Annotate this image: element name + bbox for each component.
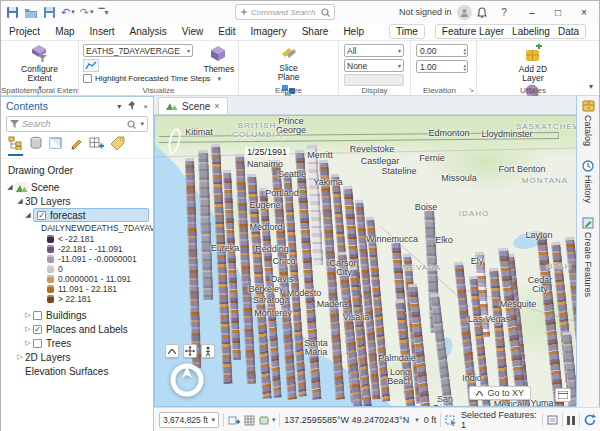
- selected-features-count[interactable]: Selected Features: 1: [461, 410, 538, 430]
- save-project-icon[interactable]: [42, 6, 57, 19]
- compass-navigator[interactable]: [168, 361, 206, 403]
- expand-icon[interactable]: ◢: [15, 197, 25, 205]
- list-by-snapping-button[interactable]: [89, 136, 104, 156]
- time-series-chart-button[interactable]: [83, 59, 99, 72]
- list-by-editing-button[interactable]: [69, 136, 83, 156]
- tree-item-scene[interactable]: ◢ Scene: [1, 180, 153, 194]
- close-view-icon[interactable]: ×: [214, 101, 219, 111]
- minimize-button[interactable]: –: [519, 1, 545, 23]
- tree-item-buildings[interactable]: ▷ Buildings: [1, 308, 153, 322]
- tree-item-elevation-surfaces[interactable]: Elevation Surfaces: [1, 364, 153, 378]
- legend-item[interactable]: > 22.181: [1, 294, 153, 304]
- layout-grid-add-icon[interactable]: [228, 415, 240, 426]
- dock-tab-create-features[interactable]: Create Features: [577, 217, 599, 297]
- scene-view-tab[interactable]: Scene ×: [158, 97, 228, 114]
- variable-combo[interactable]: EATHS_7DAYAVERAGE▾: [83, 44, 193, 57]
- snapping-toggle-icon[interactable]: ▾: [259, 415, 276, 426]
- collapse-ribbon-chevron[interactable]: ▾: [589, 82, 593, 91]
- contextual-tab-time[interactable]: Time: [389, 24, 425, 39]
- map-label: Eureka: [211, 244, 240, 253]
- ribbon-tab-help[interactable]: Help: [343, 26, 364, 37]
- collapsed-icon[interactable]: ▷: [23, 311, 33, 319]
- refresh-button[interactable]: [584, 414, 596, 426]
- go-to-xy-button[interactable]: Go to XY: [469, 386, 531, 400]
- map-scale-combo[interactable]: 3,674,825 ft▾: [159, 412, 219, 428]
- ribbon-tab-view[interactable]: View: [182, 26, 204, 37]
- legend-item[interactable]: 0: [1, 264, 153, 274]
- dock-tab-catalog[interactable]: Catalog: [577, 100, 599, 146]
- trees-checkbox[interactable]: [33, 339, 42, 348]
- dock-tab-history[interactable]: History: [577, 160, 599, 203]
- tree-item-2d-layers[interactable]: ▷ 2D Layers: [1, 350, 153, 364]
- elevation-dialog-launcher[interactable]: ↘: [468, 86, 474, 94]
- display-combo-all[interactable]: All▾: [344, 44, 404, 57]
- list-by-selection-button[interactable]: [49, 136, 63, 156]
- navigator-walk-button[interactable]: [201, 344, 215, 358]
- dock-overlay-button[interactable]: [555, 388, 571, 402]
- list-by-drawing-order-button[interactable]: [8, 136, 23, 156]
- display-combo-none[interactable]: None▾: [344, 59, 404, 72]
- tree-item-forecast[interactable]: ✓ forecast: [33, 208, 149, 222]
- collapsed-icon[interactable]: ▷: [23, 325, 33, 333]
- add-2d-layer-button[interactable]: Add 2D Layer: [513, 44, 553, 83]
- ribbon-tab-edit[interactable]: Edit: [218, 26, 235, 37]
- navigator-pan-button[interactable]: [183, 344, 197, 358]
- close-pane-icon[interactable]: ×: [143, 102, 148, 111]
- coordinates-chevron[interactable]: ▾: [415, 416, 419, 424]
- coordinates-readout[interactable]: 137.2595585°W 49.2470243°N: [284, 415, 409, 425]
- legend-item[interactable]: < -22.181: [1, 234, 153, 244]
- sign-in-status[interactable]: Not signed in: [399, 1, 472, 23]
- ribbon-tab-imagery[interactable]: Imagery: [251, 26, 287, 37]
- legend-item[interactable]: -11.091 - -0.0000001: [1, 254, 153, 264]
- tab-feature-layer[interactable]: Feature Layer: [442, 26, 504, 37]
- expand-icon[interactable]: ◢: [5, 183, 15, 191]
- ribbon-tab-share[interactable]: Share: [302, 26, 329, 37]
- tab-data[interactable]: Data: [558, 26, 579, 37]
- ribbon-tab-analysis[interactable]: Analysis: [130, 26, 167, 37]
- search-options-chevron[interactable]: ▾: [140, 120, 144, 128]
- legend-item[interactable]: -22.181 - -11.091: [1, 244, 153, 254]
- open-icon[interactable]: [23, 6, 39, 19]
- undo-button[interactable]: ↶▾: [60, 6, 76, 19]
- pane-menu-chevron-icon[interactable]: ▾: [117, 102, 121, 111]
- help-icon[interactable]: ?: [493, 1, 515, 23]
- close-button[interactable]: ×: [571, 1, 597, 23]
- legend-item[interactable]: 0.0000001 - 11.091: [1, 274, 153, 284]
- list-by-labeling-button[interactable]: [110, 136, 125, 156]
- ribbon-tab-insert[interactable]: Insert: [90, 26, 115, 37]
- buildings-checkbox[interactable]: [33, 311, 42, 320]
- command-search-input[interactable]: Command Search (Alt+Q): [235, 4, 335, 20]
- tree-item-3d-layers[interactable]: ◢ 3D Layers: [1, 194, 153, 208]
- selection-box-icon[interactable]: [547, 415, 558, 425]
- ribbon-tab-map[interactable]: Map: [55, 26, 74, 37]
- grid-icon[interactable]: [244, 415, 255, 426]
- collapsed-icon[interactable]: ▷: [23, 339, 33, 347]
- slice-plane-button[interactable]: Slice Plane: [273, 44, 305, 82]
- navigator-expand-button[interactable]: [165, 344, 179, 358]
- save-icon[interactable]: [5, 6, 20, 19]
- contents-search-input[interactable]: Search ▾: [6, 116, 148, 132]
- themes-button[interactable]: Themes▾: [203, 44, 234, 83]
- expand-icon[interactable]: ◢: [23, 211, 33, 219]
- highlight-forecasted-checkbox[interactable]: Highlight Forecasted Time Steps: [83, 74, 195, 83]
- tab-labeling[interactable]: Labeling: [512, 26, 550, 37]
- pin-icon[interactable]: [128, 101, 136, 112]
- notifications-icon[interactable]: [471, 1, 493, 23]
- pause-drawing-button[interactable]: [567, 416, 575, 425]
- customize-qat-button[interactable]: ▔▾: [97, 8, 109, 17]
- maximize-button[interactable]: □: [545, 1, 571, 23]
- configure-extent-button[interactable]: Configure Extent▾: [14, 44, 66, 92]
- ribbon-tab-project[interactable]: Project: [9, 26, 40, 37]
- elevation-offset-spinner[interactable]: 0.00▴▾: [416, 44, 468, 57]
- legend-item[interactable]: 11.091 - 22.181: [1, 284, 153, 294]
- map-viewport[interactable]: KitimatPrince GeorgeBRITISH COLUMBIA1/25…: [154, 115, 578, 407]
- list-by-data-source-button[interactable]: [29, 136, 43, 156]
- places-checkbox[interactable]: ✓: [33, 325, 42, 334]
- tree-item-places-and-labels[interactable]: ▷ ✓ Places and Labels: [1, 322, 153, 336]
- redo-button[interactable]: ↷▾: [79, 6, 95, 19]
- forecast-checkbox[interactable]: ✓: [37, 211, 46, 220]
- avatar[interactable]: [457, 5, 472, 20]
- collapsed-icon[interactable]: ▷: [15, 353, 25, 361]
- tree-item-trees[interactable]: ▷ Trees: [1, 336, 153, 350]
- elevation-exaggeration-spinner[interactable]: 1.00▴▾: [416, 60, 468, 73]
